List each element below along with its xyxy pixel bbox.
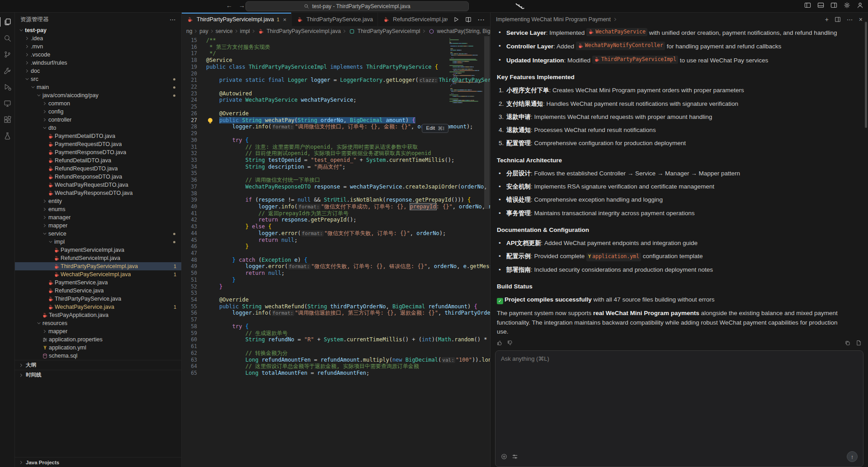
tree-folder-main[interactable]: main xyxy=(15,83,181,91)
tree-folder-dto[interactable]: dto xyxy=(15,124,181,132)
tree-folder-mvn[interactable]: .mvn xyxy=(15,42,181,51)
tree-file-paymentservice-java[interactable]: PaymentService.java xyxy=(15,278,181,287)
code-line-41[interactable]: // 返回prepayId作为第三方订单号 xyxy=(203,210,490,217)
code-line-22[interactable] xyxy=(203,84,490,90)
tree-file-refundservice-java[interactable]: RefundService.java xyxy=(15,287,181,295)
timeline-section-header[interactable]: 时间线 xyxy=(15,370,181,380)
tree-file-paymentrequestdto-java[interactable]: PaymentRequestDTO.java xyxy=(15,140,181,148)
code-line-44[interactable]: logger.error(format:"微信支付下单失败, 订单号: {}",… xyxy=(203,230,490,237)
code-line-59[interactable]: // 生成退款单号 xyxy=(203,330,490,337)
tree-file-refundrequestdto-java[interactable]: RefundRequestDTO.java xyxy=(15,165,181,173)
tree-folder-test-pay[interactable]: test-pay xyxy=(15,26,181,34)
code-line-42[interactable]: return response.getPrepayId(); xyxy=(203,217,490,223)
layout-sidebar-right-icon[interactable] xyxy=(830,2,837,9)
code-line-58[interactable]: try { xyxy=(203,323,490,330)
activity-run-debug-icon[interactable] xyxy=(0,81,15,93)
scrollbar-thumb[interactable] xyxy=(484,36,490,209)
tree-folder-enums[interactable]: enums xyxy=(15,205,181,213)
activity-extensions-icon[interactable] xyxy=(0,113,15,126)
new-conversation-button[interactable]: + xyxy=(825,16,829,23)
command-center-search[interactable]: test-pay - ThirdPartyPayServiceImpl.java xyxy=(245,1,469,11)
code-line-56[interactable]: logger.info(format:"调用微信退款接口, 第三方订单号: {}… xyxy=(203,310,490,316)
breadcrumb-item-service[interactable]: service xyxy=(216,28,233,34)
code-line-26[interactable]: @Override xyxy=(203,110,490,117)
code-line-33[interactable]: String testOpenid = "test_openid_" + Sys… xyxy=(203,157,490,164)
activity-remote-icon[interactable] xyxy=(0,97,15,109)
tree-file-refunddetaildto-java[interactable]: RefundDetailDTO.java xyxy=(15,156,181,165)
tree-file-paymentresponsedto-java[interactable]: PaymentResponseDTO.java xyxy=(15,148,181,156)
code-line-65[interactable]: Long totalAmountFen = refundAmountFen; xyxy=(203,370,490,377)
code-line-39[interactable]: if (response != null && StrUtil.isNotBla… xyxy=(203,197,490,203)
account-icon[interactable] xyxy=(857,2,863,9)
tree-folder-idea[interactable]: .idea xyxy=(15,34,181,42)
send-message-button[interactable]: ↑ xyxy=(847,451,858,462)
history-forward-button[interactable]: → xyxy=(238,2,246,9)
code-line-16[interactable]: * 第三方支付服务实现类 xyxy=(203,44,490,51)
tree-folder-windsurf-rules[interactable]: .windsurf/rules xyxy=(15,59,181,67)
code-line-45[interactable]: return null; xyxy=(203,237,490,244)
code-line-64[interactable]: // 这里假设订单总金额等于退款金额, 实际项目中需要查询原订单金额 xyxy=(203,363,490,370)
open-in-panel-button[interactable] xyxy=(835,16,841,23)
code-line-24[interactable]: private WechatPayService wechatPayServic… xyxy=(203,97,490,104)
tab-refundserviceimpl-java[interactable]: RefundServiceImpl.java xyxy=(378,13,448,26)
export-message-button[interactable] xyxy=(856,340,862,346)
tree-folder-src[interactable]: src xyxy=(15,75,181,83)
code-line-55[interactable]: public String wechatRefund(String thirdP… xyxy=(203,303,490,310)
tree-file-testpayapplication-java[interactable]: TestPayApplication.java xyxy=(15,311,181,319)
code-line-18[interactable]: @Service xyxy=(203,57,490,64)
code-line-48[interactable]: } catch (Exception e) { xyxy=(203,257,490,264)
inline-code-chip[interactable]: Yapplication.yml xyxy=(586,253,641,261)
java-projects-section-header[interactable]: Java Projects xyxy=(15,457,181,467)
tree-file-wechatpayserviceimpl-java[interactable]: WechatPayServiceImpl.java1 xyxy=(15,270,181,278)
tree-file-application-yml[interactable]: Yapplication.yml xyxy=(15,344,181,352)
inline-code-chip[interactable]: WechatPayService xyxy=(586,28,647,36)
code-line-35[interactable] xyxy=(203,170,490,177)
tree-folder-common[interactable]: common xyxy=(15,99,181,108)
explorer-more-actions-button[interactable]: ⋯ xyxy=(170,16,176,23)
editor-gutter[interactable]: 1516171819202122232425262728293031323334… xyxy=(182,37,203,467)
tree-file-paymentdetaildto-java[interactable]: PaymentDetailDTO.java xyxy=(15,132,181,140)
code-line-36[interactable]: // 调用微信支付统一下单接口 xyxy=(203,177,490,184)
copy-message-button[interactable] xyxy=(844,340,850,346)
inline-edit-button[interactable]: Edit ⌘I xyxy=(422,124,448,133)
tree-folder-mapper[interactable]: mapper xyxy=(15,222,181,230)
code-line-50[interactable]: return null; xyxy=(203,270,490,277)
code-line-17[interactable]: */ xyxy=(203,50,490,57)
tree-folder-controller[interactable]: controller xyxy=(15,116,181,124)
code-line-60[interactable]: String refundNo = "R" + System.currentTi… xyxy=(203,336,490,343)
settings-gear-icon[interactable] xyxy=(844,2,850,9)
code-line-25[interactable] xyxy=(203,104,490,110)
tree-file-refundserviceimpl-java[interactable]: RefundServiceImpl.java xyxy=(15,254,181,262)
tree-folder-doc[interactable]: doc xyxy=(15,67,181,75)
code-line-53[interactable] xyxy=(203,290,490,297)
activity-testing-icon[interactable] xyxy=(0,130,15,142)
tree-folder-java-com-aicoding-pay[interactable]: java/com/aicoding/pay xyxy=(15,91,181,99)
close-icon[interactable]: × xyxy=(283,16,287,23)
code-line-23[interactable]: @Autowired xyxy=(203,90,490,97)
layout-panel-icon[interactable] xyxy=(817,2,824,9)
breadcrumb-item-wechatpay-string-bigdecimal[interactable]: wechatPay(String, BigDecimal) xyxy=(428,28,490,35)
more-options-button[interactable]: ⋯ xyxy=(847,16,853,23)
code-line-54[interactable]: @Override xyxy=(203,297,490,303)
code-line-61[interactable] xyxy=(203,343,490,350)
tree-file-wechatpayservice-java[interactable]: WechatPayService.java1 xyxy=(15,303,181,311)
breadcrumb-item-impl[interactable]: impl xyxy=(240,28,250,34)
code-line-30[interactable]: try { xyxy=(203,137,490,144)
tree-file-refundresponsedto-java[interactable]: RefundResponseDTO.java xyxy=(15,173,181,181)
code-line-40[interactable]: logger.info(format:"微信支付下单成功, 订单号: {}, p… xyxy=(203,203,490,210)
tree-file-thirdpartypayserviceimpl-java[interactable]: ThirdPartyPayServiceImpl.java1 xyxy=(15,262,181,270)
tab-thirdpartypayserviceimpl-java[interactable]: ThirdPartyPayServiceImpl.java1× xyxy=(182,13,292,26)
code-line-32[interactable]: // 目前使用测试openid, 实际项目中需要根据业务逻辑获取真实的openi… xyxy=(203,150,490,157)
code-line-15[interactable]: /** xyxy=(203,37,490,44)
tab-thirdpartypayservice-java[interactable]: ThirdPartyPayService.java xyxy=(292,13,378,26)
code-line-19[interactable]: public class ThirdPartyPayServiceImpl im… xyxy=(203,64,490,71)
editor-scrollbar[interactable] xyxy=(484,36,490,467)
code-line-27[interactable]: public String wechatPay(String orderNo, … xyxy=(203,117,490,124)
tree-folder-entity[interactable]: entity xyxy=(15,197,181,205)
code-line-47[interactable] xyxy=(203,250,490,257)
breadcrumb-item-pay[interactable]: pay xyxy=(199,28,208,34)
tree-folder-impl[interactable]: impl xyxy=(15,238,181,246)
close-panel-button[interactable]: × xyxy=(859,16,863,23)
code-line-34[interactable]: String description = "商品支付"; xyxy=(203,164,490,170)
breadcrumb-item-thirdpartypayserviceimpl[interactable]: ThirdPartyPayServiceImpl xyxy=(348,28,420,35)
